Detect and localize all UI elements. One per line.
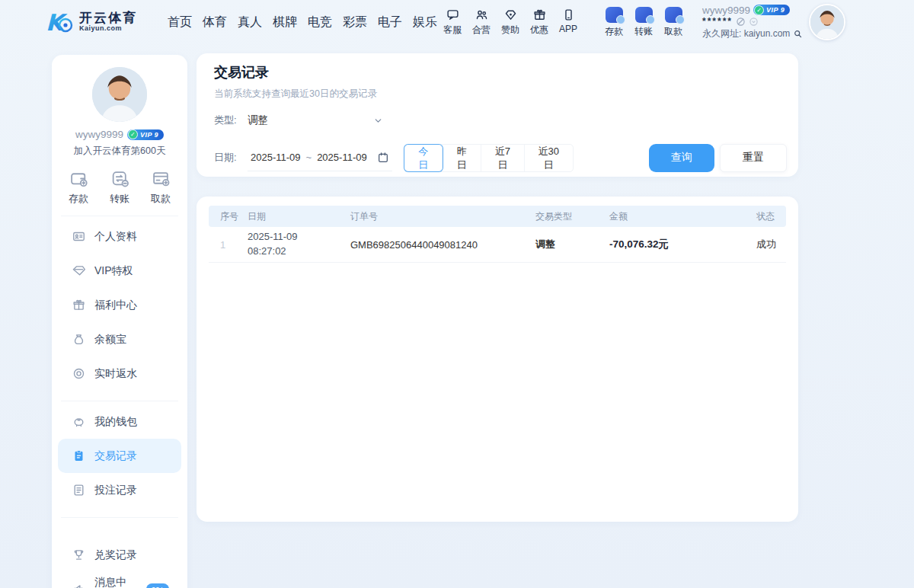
sidebar-item-betting-records[interactable]: 投注记录: [52, 473, 187, 507]
masked-balance: ******: [702, 18, 733, 24]
promotions-button[interactable]: 优惠: [526, 8, 553, 37]
document-icon: [72, 484, 85, 497]
people-icon: [475, 8, 488, 21]
profile-sidebar: wywy9999 ✓ VIP 9 加入开云体育第600天 存款 转账 取款: [52, 55, 187, 588]
profile-username: wywy9999: [75, 129, 123, 140]
row-status: 成功: [756, 238, 786, 251]
search-icon[interactable]: [793, 29, 803, 39]
sidebar-deposit-button[interactable]: 存款: [69, 169, 88, 206]
user-info: wywy9999 ✓ VIP 9 ****** 永久网址: kaiyun.com: [702, 5, 803, 40]
brand-logo[interactable]: K 开云体育 Kaiyun.com: [44, 7, 137, 37]
vip-check-icon: ✓: [754, 5, 764, 15]
sidebar-item-rebate[interactable]: 实时返水: [52, 356, 187, 391]
eye-off-icon[interactable]: [736, 17, 746, 27]
type-select[interactable]: 调整: [248, 113, 383, 127]
type-select-value: 调整: [248, 113, 268, 127]
date-start: 2025-11-09: [251, 152, 301, 163]
user-avatar[interactable]: [809, 4, 845, 40]
join-days-text: 加入开云体育第600天: [52, 145, 187, 158]
range-yesterday-button[interactable]: 昨日: [443, 145, 481, 171]
reset-button[interactable]: 重置: [720, 144, 787, 172]
sidebar-item-prize-records[interactable]: 兑奖记录: [52, 538, 187, 572]
brand-domain: Kaiyun.com: [79, 25, 137, 33]
withdraw-card-icon: [665, 7, 682, 23]
page-subtitle: 当前系统支持查询最近30日的交易记录: [214, 88, 377, 101]
avatar-image: [810, 5, 844, 39]
avatar-image: [92, 67, 147, 122]
type-label: 类型:: [214, 113, 248, 127]
customer-service-button[interactable]: 客服: [439, 8, 466, 37]
sidebar-item-message-center[interactable]: 消息中心 99+: [52, 572, 187, 588]
wallet-quick-actions: 存款 转账 取款: [600, 7, 687, 38]
nav-item-boardgames[interactable]: 棋牌: [273, 14, 297, 30]
megaphone-icon: [72, 583, 85, 588]
partnership-button[interactable]: 合营: [468, 8, 495, 37]
sidebar-transfer-button[interactable]: 转账: [110, 169, 129, 206]
vip-badge: ✓ VIP 9: [127, 129, 164, 140]
nav-item-entertainment[interactable]: 娱乐: [413, 14, 437, 30]
query-button[interactable]: 查询: [649, 144, 714, 172]
chevron-down-icon: [373, 116, 383, 126]
range-30days-button[interactable]: 近30日: [525, 145, 573, 171]
clipboard-icon: [72, 449, 85, 462]
sidebar-quick-actions: 存款 转账 取款: [52, 169, 187, 206]
date-separator: ~: [306, 152, 312, 163]
bank-card-icon: [152, 169, 171, 188]
quick-range-group: 今日 昨日 近7日 近30日: [404, 144, 574, 172]
range-7days-button[interactable]: 近7日: [481, 145, 525, 171]
header-amount: 金额: [609, 210, 756, 223]
sidebar-item-yuebao[interactable]: 余额宝: [52, 322, 187, 356]
table-header: 序号 日期 订单号 交易类型 金额 状态: [209, 206, 786, 227]
sponsorship-button[interactable]: 赞助: [497, 8, 524, 37]
transfer-icon: [110, 169, 129, 188]
transfer-button[interactable]: 转账: [630, 7, 657, 38]
chevron-circle-icon[interactable]: [749, 17, 759, 27]
trophy-icon: [72, 548, 85, 561]
sidebar-item-transactions[interactable]: 交易记录: [58, 439, 181, 473]
sidebar-item-wallet[interactable]: 我的钱包: [52, 404, 187, 439]
app-download-button[interactable]: APP: [554, 8, 582, 37]
header-date: 日期: [248, 210, 350, 223]
piggy-bank-icon: [72, 415, 85, 428]
top-navbar: K 开云体育 Kaiyun.com 首页 体育 真人 棋牌 电竞 彩票 电子 娱…: [0, 0, 914, 44]
brand-k-icon: K: [44, 7, 75, 37]
permanent-url: 永久网址: kaiyun.com: [702, 27, 790, 40]
divider: [61, 517, 178, 518]
sidebar-item-benefits[interactable]: 福利中心: [52, 288, 187, 322]
vip-badge: ✓ VIP 9: [753, 5, 790, 15]
nav-item-sports[interactable]: 体育: [203, 14, 227, 30]
row-order-no: GMB6982506440049081240: [350, 239, 535, 251]
deposit-button[interactable]: 存款: [600, 7, 628, 38]
date-label: 日期:: [214, 151, 248, 165]
nav-item-lottery[interactable]: 彩票: [343, 14, 367, 30]
nav-item-live[interactable]: 真人: [238, 14, 262, 30]
nav-item-esports[interactable]: 电竞: [308, 14, 332, 30]
table-row: 1 2025-11-09 08:27:02 GMB698250644004908…: [209, 227, 786, 263]
money-bag-icon: [72, 333, 85, 346]
sidebar-item-vip[interactable]: VIP特权: [52, 254, 187, 288]
date-range-input[interactable]: 2025-11-09 ~ 2025-11-09: [248, 144, 392, 171]
range-today-button[interactable]: 今日: [404, 145, 443, 171]
target-icon: [72, 367, 85, 380]
calendar-icon: [377, 152, 389, 164]
nav-item-slots[interactable]: 电子: [378, 14, 402, 30]
nav-item-home[interactable]: 首页: [168, 14, 192, 30]
header-order-no: 订单号: [350, 210, 535, 223]
vip-gem-icon: [72, 264, 85, 277]
main-nav: 首页 体育 真人 棋牌 电竞 彩票 电子 娱乐: [168, 14, 437, 30]
sidebar-item-profile[interactable]: 个人资料: [52, 219, 187, 254]
row-amount: -70,076.32元: [609, 238, 756, 251]
withdraw-button[interactable]: 取款: [660, 7, 687, 38]
date-end: 2025-11-09: [317, 152, 367, 163]
transfer-card-icon: [635, 7, 653, 23]
wallet-icon: [69, 169, 88, 188]
row-index: 1: [220, 239, 248, 251]
sidebar-withdraw-button[interactable]: 取款: [151, 169, 171, 206]
header-type: 交易类型: [535, 210, 609, 223]
vip-check-icon: ✓: [128, 129, 138, 139]
header-index: 序号: [220, 210, 248, 223]
profile-avatar[interactable]: [92, 67, 147, 122]
divider: [61, 216, 178, 216]
page: K 开云体育 Kaiyun.com 首页 体育 真人 棋牌 电竞 彩票 电子 娱…: [0, 0, 914, 588]
phone-icon: [562, 8, 575, 21]
